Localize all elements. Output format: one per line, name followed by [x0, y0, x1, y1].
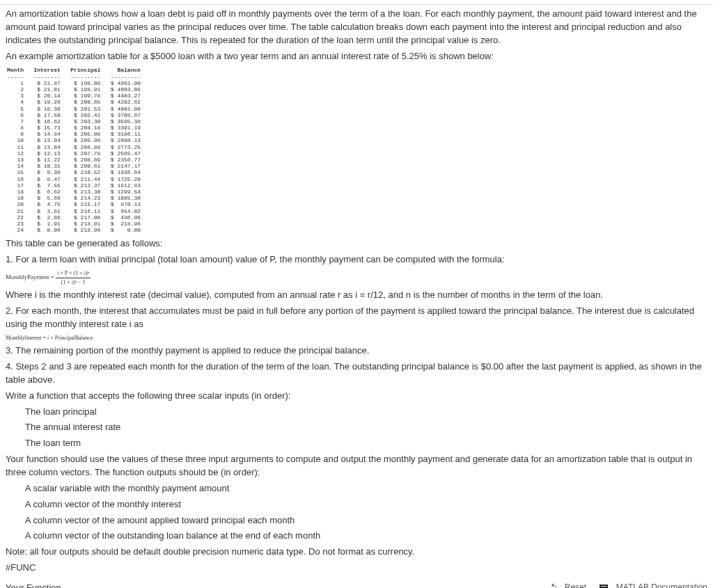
documentation-icon: [600, 585, 608, 588]
generation-intro: This table can be generated as follows:: [6, 237, 707, 251]
monthly-interest-formula: MonthlyInterest = i × PrincipalBalance: [6, 334, 707, 342]
input-3: The loan term: [25, 437, 707, 450]
step-3: 3. The remaining portion of the monthly …: [6, 344, 707, 358]
output-3: A column vector of the amount applied to…: [25, 514, 707, 527]
input-1: The loan principal: [25, 406, 707, 419]
output-1: A scalar variable with the monthly payme…: [25, 482, 707, 495]
amortization-table: Month Interest Principal Balance ----- -…: [7, 67, 707, 233]
output-4: A column vector of the outstanding loan …: [25, 530, 707, 543]
monthly-payment-formula: MonthlyPayment = i × P × (1 + i)ⁿ (1 + i…: [6, 269, 707, 286]
matlab-doc-link[interactable]: MATLAB Documentation: [594, 582, 707, 588]
input-2: The annual interest rate: [25, 421, 707, 434]
note: Note: all four outputs should be default…: [6, 546, 707, 559]
step-4: 4. Steps 2 and 3 are repeated each month…: [6, 360, 707, 387]
reset-button[interactable]: Reset: [544, 582, 586, 588]
outputs-intro: Your function should use the values of t…: [6, 453, 707, 479]
step-1: 1. For a term loan with initial principa…: [6, 253, 707, 267]
your-function-label: Your Function: [6, 582, 61, 588]
output-2: A column vector of the monthly interest: [25, 498, 707, 511]
intro-paragraph: An amortization table shows how a loan d…: [6, 8, 707, 47]
func-tag: #FUNC: [6, 562, 707, 575]
inputs-intro: Write a function that accepts the follow…: [6, 390, 707, 403]
step-2: 2. For each month, the interest that acc…: [6, 305, 707, 331]
reset-icon: [549, 583, 558, 588]
step-1-explanation: Where i is the monthly interest rate (de…: [6, 289, 707, 302]
example-intro: An example amortization table for a $500…: [6, 50, 707, 63]
